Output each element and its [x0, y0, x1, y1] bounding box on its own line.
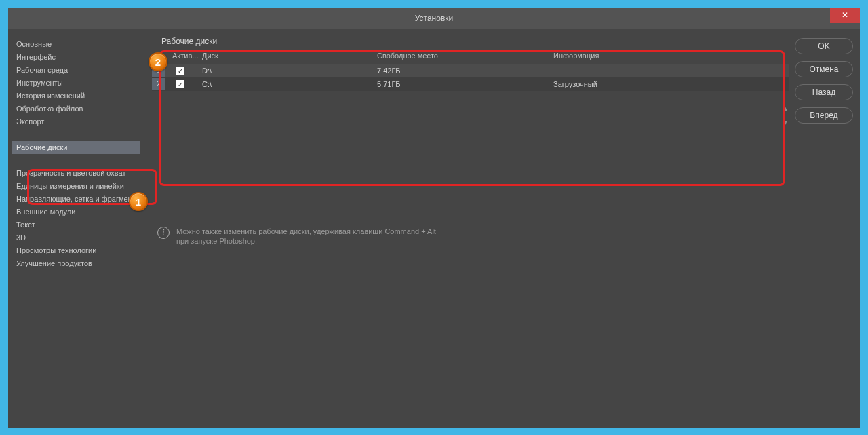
sidebar-item-transparency[interactable]: Прозрачность и цветовой охват [12, 167, 140, 180]
window-title: Установки [415, 14, 453, 23]
sidebar-item-general[interactable]: Основные [12, 38, 140, 51]
preferences-sidebar: Основные Интерфейс Рабочая среда Инструм… [12, 34, 140, 421]
sidebar-item-units[interactable]: Единицы измерения и линейки [12, 180, 140, 193]
titlebar: Установки ✕ [8, 8, 860, 29]
move-up-button[interactable]: ▲ [782, 105, 789, 112]
table-row[interactable]: 1 ✓ D:\ 7,42ГБ [152, 64, 789, 77]
col-info: Информация [553, 52, 789, 60]
sidebar-item-scratch-disks[interactable]: Рабочие диски [12, 141, 140, 154]
sidebar-item-interface[interactable]: Интерфейс [12, 51, 140, 64]
row-free: 5,71ГБ [377, 80, 553, 88]
preferences-content: Рабочие диски Актив... Диск Свободное ме… [145, 34, 789, 421]
move-down-button[interactable]: ▼ [782, 119, 789, 126]
row-index: 2 [152, 78, 165, 90]
sidebar-item-workspace[interactable]: Рабочая среда [12, 64, 140, 77]
sidebar-item-guides[interactable]: Направляющие, сетка и фрагменты [12, 193, 140, 206]
row-active-checkbox[interactable]: ✓ [176, 67, 184, 75]
row-free: 7,42ГБ [377, 67, 553, 75]
table-row[interactable]: 2 ✓ C:\ 5,71ГБ Загрузочный [152, 77, 789, 91]
info-text: Можно также изменить рабочие диски, удер… [176, 227, 436, 246]
sidebar-item-history[interactable]: История изменений [12, 90, 140, 102]
row-info: Загрузочный [553, 80, 789, 88]
col-disk: Диск [202, 52, 377, 60]
info-icon: i [157, 227, 170, 239]
scratch-disk-table: Актив... Диск Свободное место Информация… [152, 50, 789, 91]
col-free: Свободное место [377, 52, 553, 60]
sidebar-item-tools[interactable]: Инструменты [12, 77, 140, 90]
sidebar-item-tech-previews[interactable]: Просмотры технологии [12, 244, 140, 257]
row-disk: D:\ [202, 67, 377, 75]
row-index: 1 [152, 64, 165, 77]
sidebar-item-plugins[interactable]: Внешние модули [12, 206, 140, 219]
next-button[interactable]: Вперед [795, 107, 853, 124]
window-close-button[interactable]: ✕ [830, 8, 860, 23]
prev-button[interactable]: Назад [795, 84, 853, 100]
row-disk: C:\ [202, 80, 377, 88]
info-note: i Можно также изменить рабочие диски, уд… [152, 227, 789, 246]
preferences-window: Установки ✕ Основные Интерфейс Рабочая с… [8, 8, 860, 428]
ok-button[interactable]: OK [795, 38, 853, 54]
sidebar-item-3d[interactable]: 3D [12, 231, 140, 244]
sidebar-item-type[interactable]: Текст [12, 219, 140, 231]
reorder-arrows: ▲ ▼ [780, 105, 791, 126]
row-active-checkbox[interactable]: ✓ [176, 80, 184, 88]
sidebar-item-product-improve[interactable]: Улучшение продуктов [12, 257, 140, 270]
cancel-button[interactable]: Отмена [795, 61, 853, 77]
dialog-body: Основные Интерфейс Рабочая среда Инструм… [8, 29, 860, 428]
dialog-buttons: OK Отмена Назад Вперед [795, 34, 853, 421]
col-active: Актив... [170, 52, 202, 60]
sidebar-item-export[interactable]: Экспорт [12, 115, 140, 128]
sidebar-item-filehandling[interactable]: Обработка файлов [12, 102, 140, 115]
table-header: Актив... Диск Свободное место Информация [152, 50, 789, 64]
panel-title: Рабочие диски [152, 34, 789, 50]
